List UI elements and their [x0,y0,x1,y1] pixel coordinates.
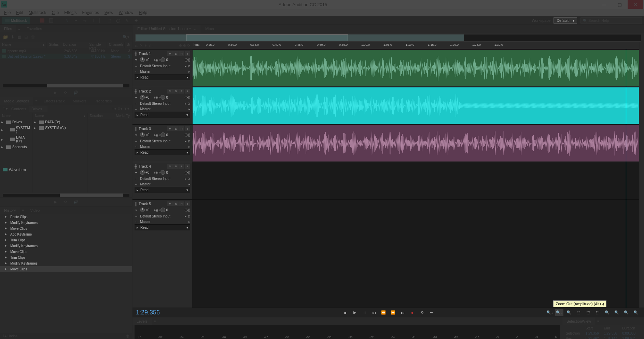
zoom-in-amp-icon[interactable]: 🔍 [622,309,630,316]
zoom-selection-icon[interactable]: ⬚ [574,309,583,316]
history-item[interactable]: Add Keyframe [0,231,132,237]
record-button[interactable]: ● [408,309,416,316]
drives-node[interactable]: Drives [0,119,32,125]
files-scrollbar[interactable] [3,84,129,87]
zoom-out-time-icon[interactable]: 🔍₋ [555,309,563,316]
track-header[interactable]: ╫Track 5 MSRI ⏷+0 ⟨◉⟩0 ((•)) →Default St… [132,199,192,237]
zoom-in-vert-icon[interactable]: 🔍 [603,309,611,316]
arm-button[interactable]: R [179,89,184,94]
timecode-display[interactable]: 1:29.356 [136,309,160,316]
gain-knob[interactable] [140,170,145,175]
zoom-out-sel-icon[interactable]: ⬚ [593,309,602,316]
history-item[interactable]: Modify Keyframes [0,220,132,226]
gain-knob[interactable] [140,132,145,137]
track-lane[interactable] [192,162,639,199]
history-item[interactable]: Move Clips [0,249,132,255]
zoom-out-amp-icon[interactable]: 🔍 [632,309,640,316]
track-header[interactable]: ╫Track 3 MSRI ⏷+0 ⟨◉⟩0 ((•)) →Default St… [132,124,192,162]
automation-mode[interactable]: ▸Read▾ [135,149,190,155]
solo-button[interactable]: S [173,126,179,131]
playhead[interactable] [626,49,626,308]
history-item[interactable]: Move Clips [0,266,132,272]
history-item[interactable]: Trim Clips [0,255,132,260]
main-toolbar: Waveform Multitrack ⤡ ✂ ⇔ Ⅰ ⬚ ◯ ✎ ✚ Work… [0,16,644,25]
history-item[interactable]: Modify Keyframes [0,260,132,266]
mute-button[interactable]: M [167,126,173,131]
track-lane[interactable] [192,49,639,87]
drives-icon [6,121,11,124]
gain-knob[interactable] [140,57,145,62]
drive-item[interactable]: DATA (D:) [33,119,87,125]
solo-button[interactable]: S [173,51,179,56]
solo-button[interactable]: S [173,89,179,94]
history-item[interactable]: Paste Clips [0,214,132,220]
pause-button[interactable]: ⏸ [360,309,368,316]
history-item[interactable]: Trim Clips [0,237,132,243]
time-ruler[interactable]: hms 0:25,00:30,00:35,00:40,00:45,00:50,0… [192,42,639,49]
goto-start-button[interactable]: ⏮ [370,309,378,316]
track-lane[interactable] [192,199,639,237]
workspace-dropdown[interactable]: Default [554,17,577,24]
automation-mode[interactable]: ▸Read▾ [135,74,190,80]
automation-mode[interactable]: ▸Read▾ [135,112,190,118]
pan-knob[interactable] [160,132,165,137]
arm-button[interactable]: R [179,51,184,56]
overview-navigator[interactable]: 🔍 [135,34,641,42]
zoom-in-time-icon[interactable]: 🔍₊ [546,309,554,316]
automation-mode[interactable]: ▸Read▾ [135,224,190,230]
arm-button[interactable]: R [179,201,184,206]
rewind-button[interactable]: ⏪ [379,309,388,316]
monitor-button[interactable]: I [185,164,190,169]
track-lane[interactable] [192,124,639,162]
transport-bar: 1:29.356 ■ ▶ ⏸ ⏮ ⏪ ⏩ ⏭ ● ⟲ ⇥ 🔍₊ 🔍₋ 🔍 ⬚ ⬚… [132,308,644,317]
skip-selection-button[interactable]: ⇥ [427,309,435,316]
zoom-out-vert-icon[interactable]: 🔍 [613,309,621,316]
track-lane[interactable] [192,87,639,124]
track-header[interactable]: ╫Track 1 MSRI ⏷+0 ⟨◉⟩0 ((•)) →Default St… [132,49,192,87]
forward-button[interactable]: ⏩ [389,309,397,316]
stop-button[interactable]: ■ [341,309,349,316]
pan-knob[interactable] [160,57,165,62]
mute-button[interactable]: M [167,89,173,94]
pan-knob[interactable] [160,95,165,100]
history-item[interactable]: Move Clips [0,226,132,231]
audio-clip[interactable] [192,87,639,124]
track-header[interactable]: ╫Track 4 MSRI ⏷+0 ⟨◉⟩0 ((•)) →Default St… [132,162,192,199]
monitor-button[interactable]: I [185,89,190,94]
play-button[interactable]: ▶ [351,309,359,316]
mute-button[interactable]: M [167,164,173,169]
shortcuts-node[interactable]: Shortcuts [0,144,32,150]
pan-knob[interactable] [160,208,165,212]
mute-button[interactable]: M [167,51,173,56]
gain-knob[interactable] [140,208,145,212]
zoom-reset-icon[interactable]: 🔍 [565,309,573,316]
drive-node[interactable]: SYSTEM ( [0,125,32,135]
drive-icon [10,128,15,131]
shortcuts-icon [6,145,11,149]
mute-button[interactable]: M [167,201,173,206]
monitor-button[interactable]: I [185,51,190,56]
history-item[interactable]: Modify Keyframes [0,243,132,249]
media-scrollbar[interactable] [3,193,129,197]
monitor-button[interactable]: I [185,201,190,206]
automation-mode[interactable]: ▸Read▾ [135,187,190,193]
drive-item[interactable]: SYSTEM (C:) [33,125,87,131]
track-header[interactable]: ╫Track 2 MSRI ⏷+0 ⟨◉⟩0 ((•)) →Default St… [132,87,192,124]
audio-clip[interactable] [192,50,639,87]
drive-icon [10,138,15,141]
monitor-button[interactable]: I [185,126,190,131]
gain-knob[interactable] [140,95,145,100]
drive-icon [39,121,44,124]
zoom-in-sel-icon[interactable]: ⬚ [584,309,592,316]
arm-button[interactable]: R [179,164,184,169]
pan-knob[interactable] [160,170,165,175]
tooltip: Zoom Out (Amplitude) (Alt+-) [553,300,606,307]
drive-icon [39,126,44,130]
solo-button[interactable]: S [173,201,179,206]
goto-end-button[interactable]: ⏭ [398,309,407,316]
loop-button[interactable]: ⟲ [418,309,426,316]
arm-button[interactable]: R [179,126,184,131]
solo-button[interactable]: S [173,164,179,169]
audio-clip[interactable] [192,125,639,162]
drive-node[interactable]: DATA (D:) [0,135,32,144]
